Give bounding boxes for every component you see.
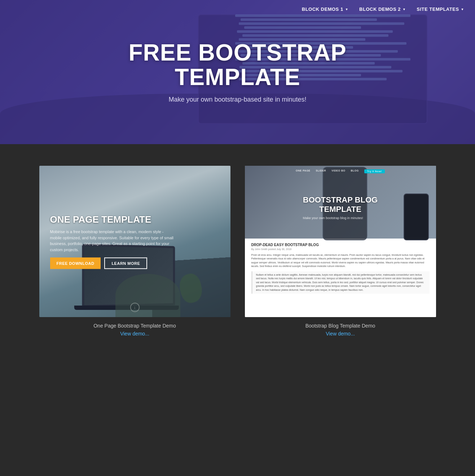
blog-preview-bg: ONE PAGE SLIDER VIDEO BO BLOG Try It Now… [245, 166, 436, 317]
one-page-preview-bg: ONE PAGE TEMPLATE Mobirise is a free boo… [39, 166, 230, 317]
one-page-view-demo-link[interactable]: View demo... [39, 331, 230, 337]
one-page-caption: One Page Bootstrap Template Demo [39, 323, 230, 329]
cards-grid: ONE PAGE TEMPLATE Mobirise is a free boo… [39, 166, 436, 337]
main-nav: BLOCK DEMOS 1 ▼ BLOCK DEMOS 2 ▼ SITE TEM… [291, 0, 475, 18]
blog-preview-bottom: DROP-DEAD EASY BOOTSTRAP BLOG By John Sm… [245, 239, 436, 317]
blog-nav-try-now[interactable]: Try It Now! [364, 169, 385, 173]
blog-quote-box: Nullam et tellus a ante dictum sagittis.… [251, 271, 430, 294]
nav-block-demos-2[interactable]: BLOCK DEMOS 2 ▼ [359, 6, 406, 12]
nav-block-demos-1[interactable]: BLOCK DEMOS 1 ▼ [302, 6, 348, 12]
card-blog-template: ONE PAGE SLIDER VIDEO BO BLOG Try It Now… [245, 166, 436, 337]
nav-site-templates[interactable]: SITE TEMPLATES ▼ [417, 6, 464, 12]
nav-label-site-templates: SITE TEMPLATES [417, 6, 459, 12]
learn-more-button[interactable]: LEARN MORE [104, 258, 147, 269]
plant-art [176, 272, 205, 305]
content-area: ONE PAGE TEMPLATE Mobirise is a free boo… [0, 144, 475, 365]
blog-top-nav: ONE PAGE SLIDER VIDEO BO BLOG Try It Now… [245, 169, 436, 173]
blog-article-meta: By John Smith posted July 30, 2016 [251, 248, 430, 250]
free-download-button[interactable]: FREE DOWNLOAD [50, 258, 101, 269]
blog-nav-video: VIDEO BO [331, 169, 345, 173]
phone-art [404, 193, 429, 240]
one-page-buttons: FREE DOWNLOAD LEARN MORE [50, 258, 220, 269]
card-overlay-one-page: ONE PAGE TEMPLATE Mobirise is a free boo… [39, 207, 230, 276]
hero-subtitle: Make your own bootstrap-based site in mi… [128, 96, 346, 103]
nav-label-block-demos-1: BLOCK DEMOS 1 [302, 6, 343, 12]
blog-view-demo-link[interactable]: View demo... [245, 331, 436, 337]
blog-article-text: Proin sit eros arcu. Integer neque urna,… [251, 253, 430, 268]
hero-content: FREE BOOTSTRAPTEMPLATE Make your own boo… [128, 41, 346, 103]
card-blog-preview: ONE PAGE SLIDER VIDEO BO BLOG Try It Now… [245, 166, 436, 317]
one-page-overlay-desc: Mobirise is a free bootstrap template wi… [50, 229, 176, 253]
chevron-down-icon: ▼ [345, 8, 348, 11]
blog-preview-top: ONE PAGE SLIDER VIDEO BO BLOG Try It Now… [245, 166, 436, 239]
blog-nav-slider: SLIDER [316, 169, 326, 173]
chevron-down-icon: ▼ [403, 8, 406, 11]
laptop-base [74, 306, 179, 310]
blog-caption: Bootstrap Blog Template Demo [245, 323, 436, 329]
blog-quote-text: Nullam et tellus a ante dictum sagittis.… [256, 273, 426, 292]
chevron-down-icon: ▼ [461, 8, 464, 11]
hero-section: FREE BOOTSTRAPTEMPLATE Make your own boo… [0, 0, 475, 144]
hero-title: FREE BOOTSTRAPTEMPLATE [128, 41, 346, 89]
blog-overlay-sub: Make your own bootstrap blog in minutes! [303, 216, 378, 220]
card-one-page-template: ONE PAGE TEMPLATE Mobirise is a free boo… [39, 166, 230, 337]
nav-label-block-demos-2: BLOCK DEMOS 2 [359, 6, 401, 12]
blog-overlay-title: BOOTSTRAP BLOGTEMPLATE [303, 195, 378, 214]
card-one-page-preview: ONE PAGE TEMPLATE Mobirise is a free boo… [39, 166, 230, 317]
blog-nav-one-page: ONE PAGE [296, 169, 310, 173]
blog-nav-blog: BLOG [351, 169, 359, 173]
blog-article-title: DROP-DEAD EASY BOOTSTRAP BLOG [251, 243, 430, 247]
one-page-overlay-title: ONE PAGE TEMPLATE [50, 214, 220, 225]
scroll-down-icon: ↓ [130, 303, 140, 312]
